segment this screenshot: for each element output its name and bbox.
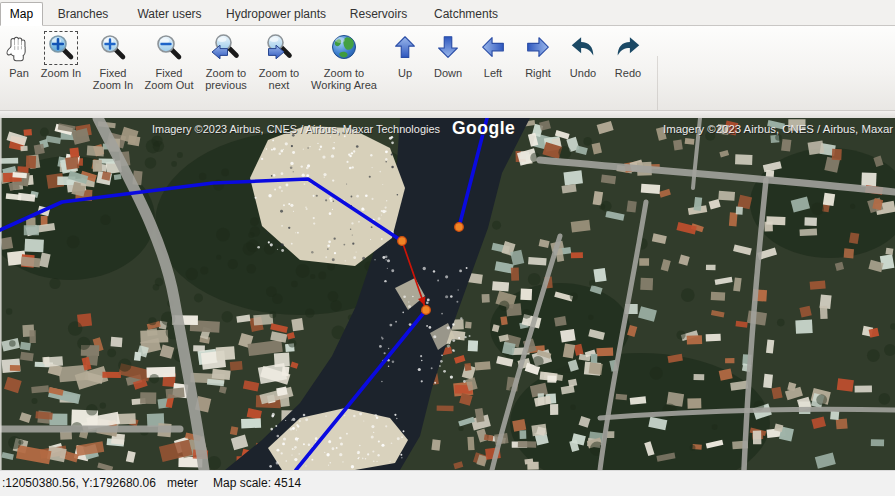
zoom-in-icon <box>44 31 78 65</box>
satellite-imagery <box>0 118 895 470</box>
application-window: Map Branches Water users Hydropower plan… <box>0 0 895 496</box>
map-canvas[interactable]: Imagery ©2023 Airbus, CNES / Airbus, Max… <box>0 118 895 470</box>
cursor-coordinates: :12050380.56, Y:1792680.06 <box>2 476 156 490</box>
pan-button[interactable]: Pan <box>2 30 36 106</box>
pan-down-button[interactable]: Down <box>425 30 471 106</box>
magnifier-back-arrow-icon <box>210 32 242 64</box>
coordinate-units: meter <box>167 476 198 490</box>
ribbon-map-group: Pan Zoom In <box>0 26 895 110</box>
undo-button[interactable]: Undo <box>561 30 605 106</box>
undo-icon <box>567 33 599 63</box>
tab-catchments[interactable]: Catchments <box>421 3 511 25</box>
status-bar: :12050380.56, Y:1792680.06 meter Map sca… <box>0 470 895 496</box>
zoom-to-next-button[interactable]: Zoom to next <box>253 30 305 106</box>
pan-hand-icon <box>4 32 34 64</box>
arrow-up-icon <box>390 33 420 63</box>
branch-node[interactable] <box>455 223 464 232</box>
magnifier-forward-arrow-icon <box>263 32 295 64</box>
arrow-right-icon <box>523 33 553 63</box>
magnifier-minus-icon <box>153 32 185 64</box>
fixed-zoom-out-button[interactable]: Fixed Zoom Out <box>140 30 198 106</box>
branch-node[interactable] <box>422 306 431 315</box>
pan-right-button[interactable]: Right <box>516 30 560 106</box>
zoom-in-button[interactable]: Zoom In <box>38 30 84 106</box>
zoom-to-working-area-button[interactable]: Zoom to Working Area <box>305 30 383 106</box>
ribbon-bottom-strip <box>0 110 895 118</box>
google-watermark: Google <box>452 118 515 138</box>
pan-up-button[interactable]: Up <box>387 30 423 106</box>
redo-icon <box>612 33 644 63</box>
svg-text:Imagery ©2023 Airbus, CNES / A: Imagery ©2023 Airbus, CNES / Airbus, Max… <box>152 123 440 135</box>
svg-text:Imagery ©2023 Airbus, CNES / A: Imagery ©2023 Airbus, CNES / Airbus, Max… <box>663 123 895 135</box>
branch-node[interactable] <box>398 237 407 246</box>
pan-left-button[interactable]: Left <box>472 30 514 106</box>
tab-reservoirs[interactable]: Reservoirs <box>336 3 421 25</box>
tab-water-users[interactable]: Water users <box>123 3 216 25</box>
tab-map[interactable]: Map <box>0 2 43 26</box>
arrow-left-icon <box>478 33 508 63</box>
magnifier-plus-icon <box>97 32 129 64</box>
map-viewport[interactable]: Imagery ©2023 Airbus, CNES / Airbus, Max… <box>0 118 895 470</box>
globe-icon <box>328 32 360 64</box>
zoom-to-previous-button[interactable]: Zoom to previous <box>199 30 253 106</box>
tab-hydropower-plants[interactable]: Hydropower plants <box>216 3 336 25</box>
map-scale: Map scale: 4514 <box>213 476 301 490</box>
redo-button[interactable]: Redo <box>606 30 650 106</box>
ribbon-tab-strip: Map Branches Water users Hydropower plan… <box>0 0 895 26</box>
arrow-down-icon <box>433 33 463 63</box>
fixed-zoom-in-button[interactable]: Fixed Zoom In <box>86 30 140 106</box>
tab-branches[interactable]: Branches <box>43 3 123 25</box>
